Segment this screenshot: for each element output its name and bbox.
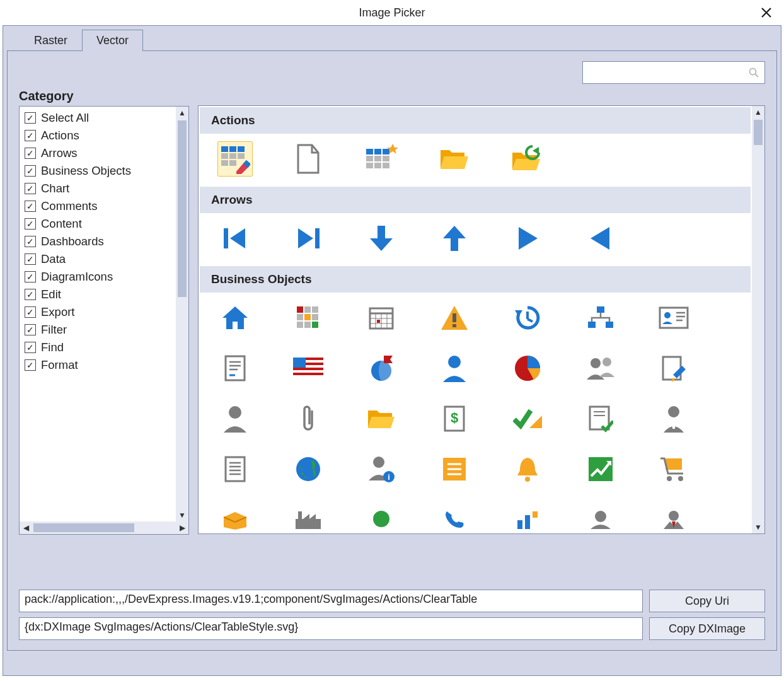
scroll-down-icon[interactable]: ▼ (176, 509, 188, 521)
icon-edit-document[interactable] (656, 351, 691, 386)
icon-users[interactable] (583, 351, 618, 386)
checkbox-icon[interactable]: ✓ (25, 148, 36, 159)
category-item-filter[interactable]: ✓Filter (20, 321, 176, 339)
icon-text-document[interactable] (217, 351, 253, 386)
icon-last[interactable] (291, 221, 326, 256)
category-item-select-all[interactable]: ✓Select All (20, 109, 176, 127)
scroll-up-icon[interactable]: ▲ (176, 107, 188, 119)
checkbox-icon[interactable]: ✓ (25, 342, 36, 353)
icon-bar-chart[interactable] (510, 502, 545, 533)
category-item-business-objects[interactable]: ✓Business Objects (20, 162, 176, 180)
scroll-up-icon[interactable]: ▲ (752, 106, 764, 119)
icon-text-list[interactable] (217, 451, 253, 487)
icon-arrow-down[interactable] (364, 221, 399, 256)
scroll-down-icon[interactable]: ▼ (752, 521, 764, 533)
icon-calendar[interactable] (364, 300, 399, 335)
category-item-dashboards[interactable]: ✓Dashboards (20, 233, 176, 250)
scroll-left-icon[interactable]: ◀ (20, 523, 32, 532)
icon-chart-up[interactable] (583, 451, 618, 487)
checkbox-icon[interactable]: ✓ (25, 183, 36, 194)
category-item-data[interactable]: ✓Data (20, 250, 176, 268)
category-item-content[interactable]: ✓Content (20, 215, 176, 233)
icon-user-tie[interactable] (656, 401, 691, 436)
search-box[interactable] (582, 61, 765, 84)
category-item-find[interactable]: ✓Find (20, 339, 176, 356)
checkbox-icon[interactable]: ✓ (25, 130, 36, 141)
icon-play-reverse[interactable] (583, 221, 618, 256)
category-horizontal-scrollbar[interactable]: ◀ ▶ (20, 521, 188, 534)
icon-id-card[interactable] (656, 300, 691, 335)
category-item-edit[interactable]: ✓Edit (20, 286, 176, 303)
user-info-icon: i (367, 455, 395, 483)
tab-vector[interactable]: Vector (82, 30, 143, 51)
icon-first[interactable] (217, 221, 253, 256)
checkbox-icon[interactable]: ✓ (25, 324, 36, 335)
icon-warning[interactable] (437, 300, 472, 335)
category-item-chart[interactable]: ✓Chart (20, 180, 176, 197)
checkbox-icon[interactable]: ✓ (25, 165, 36, 177)
icon-hierarchy[interactable] (583, 300, 618, 335)
gallery-vertical-scrollbar[interactable]: ▲ ▼ (752, 106, 764, 533)
checkbox-icon[interactable]: ✓ (25, 359, 36, 371)
icon-arrow-up[interactable] (437, 221, 472, 256)
uri-field[interactable]: pack://application:,,,/DevExpress.Images… (19, 590, 643, 612)
icon-blank-document[interactable] (291, 141, 326, 177)
icon-user-info[interactable]: i (364, 451, 399, 487)
category-item-comments[interactable]: ✓Comments (20, 197, 176, 215)
category-item-format[interactable]: ✓Format (20, 356, 176, 374)
icon-head-green[interactable] (364, 502, 399, 533)
icon-list-orange[interactable] (437, 451, 472, 487)
icon-phone[interactable] (437, 502, 472, 533)
checkbox-icon[interactable]: ✓ (25, 236, 36, 247)
icon-home[interactable] (217, 300, 253, 335)
category-item-arrows[interactable]: ✓Arrows (20, 144, 176, 162)
icon-flag-usa[interactable] (291, 351, 326, 386)
icon-folder-yellow[interactable] (364, 401, 399, 436)
icon-factory[interactable] (291, 502, 326, 533)
checkbox-icon[interactable]: ✓ (25, 218, 36, 230)
icon-invoice[interactable]: $ (437, 401, 472, 436)
icon-bell[interactable] (510, 451, 545, 487)
icon-history[interactable] (510, 300, 545, 335)
checkbox-icon[interactable]: ✓ (25, 201, 36, 212)
icon-paperclip[interactable] (291, 401, 326, 436)
icon-package[interactable] (217, 502, 253, 533)
icon-user-blue[interactable] (437, 351, 472, 386)
icon-folder-refresh[interactable] (510, 141, 545, 177)
icon-globe[interactable] (291, 451, 326, 487)
icon-check-double[interactable] (510, 401, 545, 436)
icon-user-gray[interactable] (217, 401, 253, 436)
close-button[interactable] (754, 1, 779, 24)
scroll-thumb[interactable] (754, 120, 763, 145)
scroll-thumb[interactable] (178, 120, 187, 297)
copy-dximage-button[interactable]: Copy DXImage (649, 617, 765, 640)
checkbox-icon[interactable]: ✓ (25, 253, 36, 265)
icon-user-suit[interactable] (656, 502, 691, 533)
scroll-right-icon[interactable]: ▶ (176, 523, 188, 532)
icon-color-swatch[interactable] (291, 300, 326, 335)
checkbox-icon[interactable]: ✓ (25, 271, 36, 282)
checkbox-icon[interactable]: ✓ (25, 112, 36, 124)
category-vertical-scrollbar[interactable]: ▲ ▼ (176, 107, 188, 521)
category-item-actions[interactable]: ✓Actions (20, 127, 176, 144)
icon-open-folder[interactable] (437, 141, 472, 177)
dximage-field[interactable]: {dx:DXImage SvgImages/Actions/ClearTable… (19, 617, 643, 640)
checkbox-icon[interactable]: ✓ (25, 306, 36, 318)
icon-user-gray-2[interactable] (583, 502, 618, 533)
icon-clear-table-style[interactable] (217, 141, 253, 177)
category-item-export[interactable]: ✓Export (20, 303, 176, 321)
search-icon[interactable] (748, 67, 759, 78)
tab-raster[interactable]: Raster (20, 30, 82, 51)
icon-cart[interactable] (656, 451, 691, 487)
search-input[interactable] (588, 66, 748, 79)
icon-new-table[interactable] (364, 141, 399, 177)
globe-flag-icon (367, 354, 395, 382)
icon-pie-chart[interactable] (510, 351, 545, 386)
icon-document-check[interactable] (583, 401, 618, 436)
icon-play[interactable] (510, 221, 545, 256)
scroll-thumb[interactable] (33, 523, 134, 532)
checkbox-icon[interactable]: ✓ (25, 289, 36, 300)
icon-globe-flag[interactable] (364, 351, 399, 386)
category-item-diagramicons[interactable]: ✓DiagramIcons (20, 268, 176, 286)
copy-uri-button[interactable]: Copy Uri (649, 590, 765, 612)
